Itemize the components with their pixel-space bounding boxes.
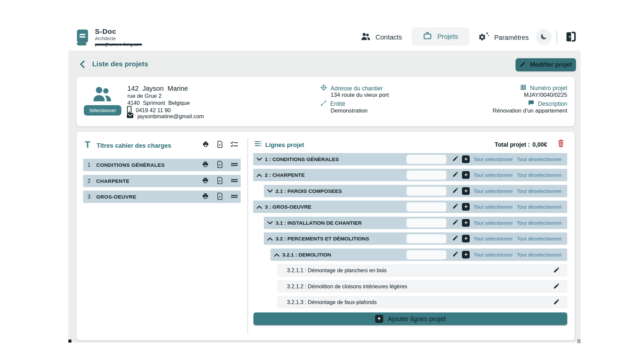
project-line-group-row[interactable]: 3 : GROS-OEUVRE + Tout selectionner Tout… bbox=[253, 201, 567, 213]
chevron-icon[interactable] bbox=[256, 172, 262, 178]
project-line-group-row[interactable]: 1 : CONDITIONS GÉNÉRALES + Tout selectio… bbox=[253, 153, 567, 165]
select-all-link[interactable]: Tout selectionner bbox=[473, 252, 513, 258]
title-row[interactable]: 3 GROS-OEUVRE x bbox=[83, 191, 241, 203]
project-lines-tree: 1 : CONDITIONS GÉNÉRALES + Tout selectio… bbox=[253, 132, 567, 340]
chevron-icon[interactable] bbox=[274, 252, 280, 258]
project-line-leaf-row[interactable]: 3.2.1.1 : Démontage de planchers en bois bbox=[277, 264, 567, 277]
excel-export-icon[interactable]: x bbox=[217, 177, 223, 186]
edit-pencil-icon[interactable] bbox=[553, 298, 560, 306]
edit-pencil-icon[interactable] bbox=[452, 155, 459, 163]
edit-project-button[interactable]: Modifier projet bbox=[516, 58, 576, 71]
select-all-link[interactable]: Tout selectionner bbox=[473, 236, 513, 242]
drag-handle-icon[interactable] bbox=[231, 162, 238, 168]
excel-export-icon[interactable]: x bbox=[217, 193, 223, 201]
select-all-link[interactable]: Tout selectionner bbox=[473, 188, 513, 194]
add-line-plus-button[interactable]: + bbox=[462, 251, 470, 259]
group-quantity-input[interactable] bbox=[406, 202, 447, 212]
excel-export-all-icon[interactable]: x bbox=[217, 141, 223, 149]
project-line-group-row[interactable]: 3.2 : PERCEMENTS ET DÉMOLITIONS + Tout s… bbox=[264, 232, 567, 245]
project-line-leaf-row[interactable]: 3.2.1.3 : Démontage de faux-plafonds bbox=[277, 296, 567, 308]
edit-pencil-icon[interactable] bbox=[553, 267, 560, 275]
print-all-icon[interactable] bbox=[202, 141, 209, 149]
group-quantity-input[interactable] bbox=[406, 250, 447, 260]
drag-handle-icon[interactable] bbox=[231, 178, 238, 185]
group-quantity-input[interactable] bbox=[406, 170, 447, 180]
nav-settings-label: Paramètres bbox=[494, 34, 529, 42]
title-number: 3 bbox=[87, 194, 96, 200]
edit-pencil-icon[interactable] bbox=[452, 171, 459, 179]
add-line-plus-button[interactable]: + bbox=[462, 219, 470, 227]
project-line-group-row[interactable]: 2 : CHARPENTE + Tout selectionner Tout d… bbox=[253, 169, 567, 181]
select-client-button[interactable]: Sélectionner bbox=[84, 105, 121, 116]
dark-mode-toggle[interactable] bbox=[536, 29, 551, 45]
edit-pencil-icon[interactable] bbox=[452, 251, 459, 259]
deselect-all-link[interactable]: Tout déselectionner bbox=[517, 172, 562, 178]
projects-briefcase-icon bbox=[423, 31, 432, 42]
deselect-all-link[interactable]: Tout déselectionner bbox=[517, 204, 562, 210]
title-label: CONDITIONS GÉNÉRALES bbox=[96, 162, 165, 168]
group-quantity-input[interactable] bbox=[406, 218, 447, 228]
group-quantity-input[interactable] bbox=[406, 155, 447, 164]
description-label: Description bbox=[538, 100, 567, 107]
chevron-icon[interactable] bbox=[267, 236, 273, 242]
edit-pencil-icon[interactable] bbox=[452, 203, 459, 211]
project-line-group-row[interactable]: 3.2.1 : DEMOLITION + Tout selectionner T… bbox=[271, 248, 567, 261]
drag-handle-icon[interactable] bbox=[231, 194, 238, 200]
edit-project-label: Modifier projet bbox=[530, 61, 572, 68]
group-quantity-input[interactable] bbox=[406, 234, 447, 243]
add-line-plus-button[interactable]: + bbox=[462, 171, 470, 179]
page-title[interactable]: Liste des projets bbox=[92, 60, 148, 68]
back-chevron-icon[interactable] bbox=[78, 60, 86, 70]
select-all-link[interactable]: Tout selectionner bbox=[473, 156, 513, 162]
project-number-label: Numéro projet bbox=[530, 85, 567, 92]
gear-sparkle-icon bbox=[479, 32, 489, 44]
project-line-group-row[interactable]: 2.1 : PAROIS COMPOSEES + Tout selectionn… bbox=[264, 185, 567, 197]
app-role: Architecte bbox=[95, 36, 116, 41]
edit-pencil-icon[interactable] bbox=[452, 219, 459, 227]
nav-contacts[interactable]: Contacts bbox=[361, 32, 402, 43]
logout-door-icon[interactable] bbox=[564, 29, 577, 46]
excel-export-icon[interactable]: x bbox=[217, 161, 223, 169]
deselect-all-link[interactable]: Tout déselectionner bbox=[517, 188, 562, 194]
client-phone: 0419 42 11 90 bbox=[136, 107, 171, 114]
title-row[interactable]: 2 CHARPENTE x bbox=[83, 175, 241, 187]
select-all-link[interactable]: Tout selectionner bbox=[473, 204, 513, 210]
group-quantity-input[interactable] bbox=[406, 187, 447, 196]
deselect-all-link[interactable]: Tout déselectionner bbox=[517, 156, 562, 162]
deselect-all-link[interactable]: Tout déselectionner bbox=[517, 220, 562, 226]
add-line-plus-button[interactable]: + bbox=[462, 203, 470, 211]
edit-pencil-icon[interactable] bbox=[553, 283, 560, 291]
select-all-link[interactable]: Tout selectionner bbox=[473, 220, 513, 226]
select-all-link[interactable]: Tout selectionner bbox=[473, 172, 513, 178]
nav-projects[interactable]: Projets bbox=[412, 27, 469, 46]
deselect-all-link[interactable]: Tout déselectionner bbox=[517, 252, 562, 258]
add-line-plus-button[interactable]: + bbox=[462, 187, 470, 195]
print-icon[interactable] bbox=[202, 161, 209, 169]
edit-pencil-icon[interactable] bbox=[452, 187, 459, 195]
chevron-icon[interactable] bbox=[256, 204, 262, 210]
chevron-icon[interactable] bbox=[267, 220, 273, 226]
print-icon[interactable] bbox=[202, 177, 209, 185]
add-line-plus-button[interactable]: + bbox=[462, 155, 470, 163]
group-label: 2.1 : PAROIS COMPOSEES bbox=[276, 188, 342, 194]
site-location-icon bbox=[320, 84, 327, 93]
deselect-all-link[interactable]: Tout déselectionner bbox=[517, 236, 562, 242]
project-line-leaf-row[interactable]: 3.2.1.2 : Démolition de cloisons intérie… bbox=[277, 280, 567, 293]
add-lines-button[interactable]: + Ajouter lignes projet bbox=[253, 312, 567, 325]
chevron-icon[interactable] bbox=[267, 188, 273, 194]
edit-pencil-icon[interactable] bbox=[452, 235, 459, 242]
checklist-icon[interactable] bbox=[230, 141, 238, 149]
comment-icon bbox=[527, 100, 534, 108]
print-icon[interactable] bbox=[202, 193, 209, 201]
main-panel: T Titres cahier des charges x 1 CONDITIO… bbox=[76, 132, 575, 340]
header-divider bbox=[557, 31, 557, 44]
client-avatar-icon bbox=[92, 85, 113, 105]
project-line-group-row[interactable]: 3.1 : INSTALLATION DE CHANTIER + Tout se… bbox=[264, 217, 567, 229]
mail-icon bbox=[127, 113, 133, 120]
nav-settings[interactable]: Paramètres bbox=[479, 32, 529, 44]
site-address-label: Adresse du chantier bbox=[331, 85, 383, 92]
title-row[interactable]: 1 CONDITIONS GÉNÉRALES x bbox=[83, 159, 241, 171]
add-line-plus-button[interactable]: + bbox=[462, 235, 470, 242]
chevron-icon[interactable] bbox=[256, 156, 262, 162]
entity-value: Demonstration bbox=[331, 107, 368, 114]
